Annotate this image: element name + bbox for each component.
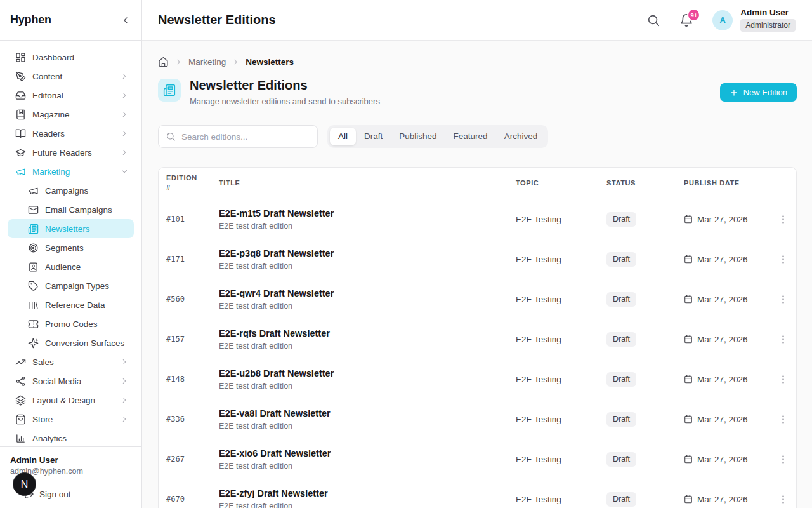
sidebar-item-campaign-types[interactable]: Campaign Types <box>8 276 134 295</box>
sidebar-item-magazine[interactable]: Magazine <box>8 105 134 124</box>
search-input[interactable] <box>181 132 310 142</box>
publish-date-cell: Mar 27, 2026 <box>676 215 770 224</box>
row-actions-button[interactable] <box>778 214 789 225</box>
list-controls: AllDraftPublishedFeaturedArchived <box>158 125 797 148</box>
edition-number: #157 <box>159 335 211 344</box>
new-edition-button[interactable]: New Edition <box>720 83 797 102</box>
nextjs-dev-indicator[interactable]: N <box>13 472 36 496</box>
trending-up-icon <box>15 357 26 368</box>
table-row[interactable]: #101 E2E-m1t5 Draft Newsletter E2E test … <box>159 199 796 239</box>
calendar-icon <box>684 495 693 504</box>
table-header-row: EDITION #TITLETOPICSTATUSPUBLISH DATE <box>159 168 796 199</box>
row-actions-button[interactable] <box>778 494 789 505</box>
tab-draft[interactable]: Draft <box>356 128 391 145</box>
sidebar-item-promo-codes[interactable]: Promo Codes <box>8 314 134 333</box>
tab-all[interactable]: All <box>330 128 356 145</box>
table-row[interactable]: #171 E2E-p3q8 Draft Newsletter E2E test … <box>159 239 796 279</box>
user-avatar[interactable]: A <box>712 10 733 30</box>
sparkles-icon <box>28 338 39 349</box>
sidebar-item-segments[interactable]: Segments <box>8 238 134 257</box>
publish-date: Mar 27, 2026 <box>697 495 748 504</box>
sidebar-item-campaigns[interactable]: Campaigns <box>8 181 134 200</box>
table-row[interactable]: #670 E2E-zfyj Draft Newsletter E2E test … <box>159 479 796 508</box>
sidebar-item-social-media[interactable]: Social Media <box>8 371 134 391</box>
graduation-cap-icon <box>15 147 26 158</box>
notification-count-badge: 9+ <box>687 8 700 22</box>
target-icon <box>28 243 39 253</box>
page-title-block: Newsletter Editions Manage newsletter ed… <box>190 79 380 106</box>
home-icon[interactable] <box>158 57 169 67</box>
sidebar-item-sales[interactable]: Sales <box>8 352 134 371</box>
table-row[interactable]: #336 E2E-va8l Draft Newsletter E2E test … <box>159 399 796 439</box>
filter-tabs: AllDraftPublishedFeaturedArchived <box>327 125 548 148</box>
new-edition-label: New Edition <box>743 88 787 97</box>
newspaper-icon <box>158 79 181 102</box>
page-head: Newsletter Editions Manage newsletter ed… <box>158 79 797 106</box>
edition-number: #101 <box>159 215 211 224</box>
sidebar-item-dashboard[interactable]: Dashboard <box>8 48 134 67</box>
edition-title: E2E-rqfs Draft Newsletter <box>219 328 501 339</box>
user-role-badge: Administrator <box>740 19 796 32</box>
share-icon <box>15 376 26 387</box>
status-cell: Draft <box>599 292 676 307</box>
notifications-button[interactable]: 9+ <box>679 13 693 27</box>
title-cell: E2E-m1t5 Draft Newsletter E2E test draft… <box>211 208 508 230</box>
sidebar-item-store[interactable]: Store <box>8 410 134 429</box>
topic-cell: E2E Testing <box>508 295 599 304</box>
row-actions-button[interactable] <box>778 294 789 305</box>
edition-title: E2E-p3q8 Draft Newsletter <box>219 248 501 259</box>
megaphone-icon <box>28 185 39 196</box>
sidebar: Hyphen Dashboard Content Editorial Magaz… <box>0 0 142 508</box>
table-row[interactable]: #267 E2E-xio6 Draft Newsletter E2E test … <box>159 439 796 479</box>
row-actions-button[interactable] <box>778 414 789 425</box>
sidebar-item-future-readers[interactable]: Future Readers <box>8 143 134 162</box>
sidebar-collapse-button[interactable] <box>119 13 133 27</box>
chevron-right-icon <box>120 72 129 81</box>
status-badge: Draft <box>606 252 636 267</box>
header-search-button[interactable] <box>646 13 660 27</box>
table-row[interactable]: #560 E2E-qwr4 Draft Newsletter E2E test … <box>159 279 796 319</box>
status-cell: Draft <box>599 452 676 467</box>
sidebar-item-audience[interactable]: Audience <box>8 257 134 276</box>
edition-number: #336 <box>159 415 211 424</box>
sidebar-item-analytics[interactable]: Analytics <box>8 429 134 448</box>
book-open-icon <box>15 128 26 139</box>
sidebar-item-newsletters[interactable]: Newsletters <box>8 219 134 238</box>
sidebar-item-conversion-surfaces[interactable]: Conversion Surfaces <box>8 333 134 352</box>
edition-subtitle: E2E test draft edition <box>219 342 501 351</box>
breadcrumb-marketing[interactable]: Marketing <box>188 57 226 67</box>
sidebar-item-reference-data[interactable]: Reference Data <box>8 295 134 314</box>
edition-title: E2E-qwr4 Draft Newsletter <box>219 288 501 299</box>
sidebar-item-marketing[interactable]: Marketing <box>8 162 134 181</box>
row-actions-button[interactable] <box>778 454 789 465</box>
calendar-icon <box>684 375 693 384</box>
sidebar-item-content[interactable]: Content <box>8 67 134 86</box>
page-subtitle: Manage newsletter editions and send to s… <box>190 97 380 106</box>
row-actions-button[interactable] <box>778 374 789 385</box>
sidebar-nav: Dashboard Content Editorial Magazine Rea… <box>0 41 141 508</box>
row-actions-button[interactable] <box>778 334 789 345</box>
chevron-right-icon <box>120 396 129 404</box>
edition-number: #670 <box>159 495 211 504</box>
status-badge: Draft <box>606 372 636 387</box>
user-info: Admin User Administrator <box>740 8 796 32</box>
sidebar-item-layout-design[interactable]: Layout & Design <box>8 391 134 410</box>
publish-date: Mar 27, 2026 <box>697 375 748 384</box>
calendar-icon <box>684 255 693 264</box>
table-row[interactable]: #148 E2E-u2b8 Draft Newsletter E2E test … <box>159 359 796 399</box>
table-row[interactable]: #157 E2E-rqfs Draft Newsletter E2E test … <box>159 319 796 359</box>
status-cell: Draft <box>599 332 676 347</box>
publish-date-cell: Mar 27, 2026 <box>676 375 770 384</box>
sidebar-item-editorial[interactable]: Editorial <box>8 86 134 105</box>
sidebar-item-email-campaigns[interactable]: Email Campaigns <box>8 200 134 219</box>
chevron-right-icon <box>120 358 129 366</box>
tab-archived[interactable]: Archived <box>496 128 546 145</box>
breadcrumb: Marketing Newsletters <box>158 56 797 67</box>
edition-subtitle: E2E test draft edition <box>219 302 501 311</box>
status-badge: Draft <box>606 452 636 467</box>
tab-published[interactable]: Published <box>391 128 445 145</box>
sidebar-item-readers[interactable]: Readers <box>8 124 134 143</box>
calendar-icon <box>684 215 693 224</box>
tab-featured[interactable]: Featured <box>445 128 496 145</box>
row-actions-button[interactable] <box>778 254 789 265</box>
